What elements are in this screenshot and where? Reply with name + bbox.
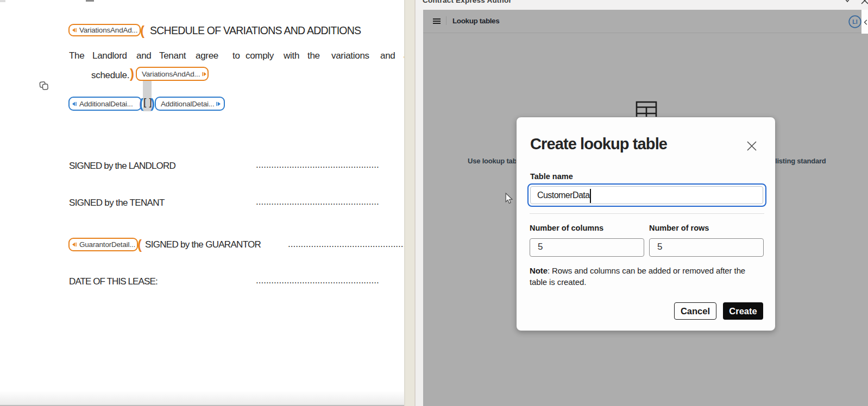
svg-text:LI: LI <box>852 18 857 25</box>
